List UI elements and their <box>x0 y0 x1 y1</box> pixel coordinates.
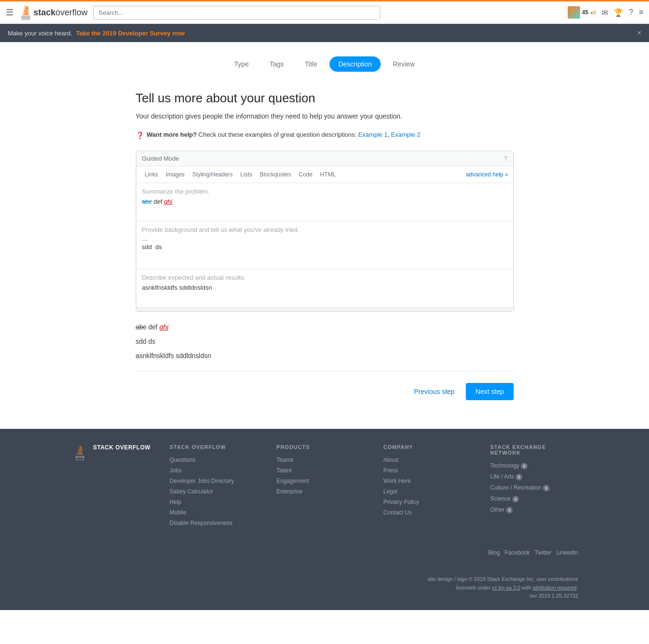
editor-placeholder-3: Describe expected and actual results. <box>142 274 507 281</box>
preview-line-3: asnklfnskldfs sddldnsldsn <box>136 352 514 360</box>
footer-col-products-title: PRODUCTS <box>276 444 364 450</box>
footer-col-products: PRODUCTS Teams Talent Engagement Enterpr… <box>276 444 364 530</box>
footer-brand-name: STACK OVERFLOW <box>93 444 151 451</box>
footer-link-privacy[interactable]: Privacy Policy <box>384 499 471 505</box>
editor-content-1[interactable]: abc def ghi <box>142 198 507 205</box>
text-def: def <box>154 198 164 205</box>
preview-line-1: abc def ghi <box>136 323 514 331</box>
footer-link-engagement[interactable]: Engagement <box>276 478 364 484</box>
editor-help-icon[interactable]: ? <box>504 155 507 162</box>
help-icon[interactable]: ? <box>629 8 633 17</box>
footer-linkedin-link[interactable]: LinkedIn <box>556 549 578 556</box>
footer-link-press[interactable]: Press <box>384 467 471 474</box>
header-icons: 45 ●9 ✉ 🏆 ? ≡ <box>568 6 643 19</box>
footer-link-culture[interactable]: Culture / Recreation 9 <box>490 484 578 491</box>
footer: STACK OVERFLOW STACK OVERFLOW Questions … <box>0 429 649 610</box>
toolbar-code[interactable]: Code <box>295 169 317 180</box>
previous-step-button[interactable]: Previous step <box>408 384 461 399</box>
footer-link-legal[interactable]: Legal <box>384 488 471 495</box>
footer-facebook-link[interactable]: Facebook <box>505 549 530 556</box>
footer-link-disable-responsive[interactable]: Disable Responsiveness <box>170 520 257 526</box>
footer-link-help[interactable]: Help <box>170 499 257 505</box>
footer-link-work-here[interactable]: Work Here <box>384 478 471 484</box>
editor-resize-handle[interactable] <box>136 307 513 311</box>
footer-link-science[interactable]: Science 9 <box>490 495 578 502</box>
text-ghi: ghi <box>164 198 172 205</box>
footer-col-so-title: STACK OVERFLOW <box>170 444 257 450</box>
toolbar-html[interactable]: HTML <box>316 169 340 180</box>
tab-title[interactable]: Title <box>297 56 326 72</box>
toolbar-lists[interactable]: Lists <box>237 169 256 180</box>
logo[interactable]: stackoverflow <box>18 4 88 21</box>
banner-close-button[interactable]: × <box>637 29 641 37</box>
editor-section-3[interactable]: Describe expected and actual results. as… <box>136 269 513 307</box>
tab-type[interactable]: Type <box>226 56 257 72</box>
culture-badge: 9 <box>543 485 550 491</box>
text-sdd: sdd ds <box>142 243 162 251</box>
tab-review[interactable]: Review <box>385 56 424 72</box>
footer-link-questions[interactable]: Questions <box>170 457 257 463</box>
technology-badge: 9 <box>521 463 528 469</box>
footer-col-company: COMPANY About Press Work Here Legal Priv… <box>384 444 471 530</box>
footer-cc-link[interactable]: cc by-sa 3.0 <box>492 585 520 590</box>
avatar[interactable] <box>568 6 580 19</box>
example1-link[interactable]: Example 1 <box>358 131 387 138</box>
help-circle-icon: ❓ <box>136 131 144 139</box>
help-text: Want more help? Check out these examples… <box>147 131 421 138</box>
footer-twitter-link[interactable]: Twitter <box>535 549 551 556</box>
editor-section-2[interactable]: Provide background and tell us what you'… <box>136 221 513 269</box>
footer-link-dev-jobs[interactable]: Developer Jobs Directory <box>170 478 257 484</box>
editor-section-1[interactable]: Summarize the problem. abc def ghi <box>136 183 513 221</box>
other-badge: 9 <box>506 507 513 513</box>
header: ☰ stackoverflow 45 ●9 ✉ 🏆 ? ≡ <box>0 0 649 24</box>
footer-brand: STACK OVERFLOW <box>71 444 151 530</box>
menu-icon[interactable]: ☰ <box>6 7 13 18</box>
footer-link-enterprise[interactable]: Enterprise <box>276 488 364 495</box>
footer-social: Blog Facebook Twitter LinkedIn <box>428 549 578 566</box>
survey-banner: Make your voice heard. Take the 2019 Dev… <box>0 24 649 42</box>
preview-def: def <box>148 323 159 331</box>
toolbar-blockquotes[interactable]: Blockquotes <box>256 169 295 180</box>
footer-link-teams[interactable]: Teams <box>276 457 364 463</box>
footer-link-contact[interactable]: Contact Us <box>384 509 471 516</box>
editor-placeholder-1: Summarize the problem. <box>142 188 507 195</box>
footer-link-life-arts[interactable]: Life / Arts 9 <box>490 473 578 480</box>
tab-description[interactable]: Description <box>330 56 380 72</box>
footer-link-technology[interactable]: Technology 9 <box>490 462 578 469</box>
footer-link-about[interactable]: About <box>384 457 471 463</box>
footer-col-so: STACK OVERFLOW Questions Jobs Developer … <box>170 444 257 530</box>
editor-content-3[interactable]: asnklfnskldfs sddldnsldsn <box>142 284 507 291</box>
toolbar-styling[interactable]: Styling/Headers <box>188 169 237 180</box>
footer-inner: STACK OVERFLOW STACK OVERFLOW Questions … <box>62 444 588 600</box>
example2-link[interactable]: Example 2 <box>391 131 420 138</box>
text-asnk: asnklfnskldfs sddldnsldsn <box>142 284 212 291</box>
toolbar-advanced-help[interactable]: advanced help » <box>466 171 508 178</box>
search-bar <box>93 6 380 20</box>
help-box: ❓ Want more help? Check out these exampl… <box>136 131 514 139</box>
footer-link-mobile[interactable]: Mobile <box>170 509 257 516</box>
editor-body: Summarize the problem. abc def ghi Provi… <box>136 183 513 307</box>
trophy-icon[interactable]: 🏆 <box>614 8 623 17</box>
footer-attribution-link[interactable]: attribution required <box>533 585 577 590</box>
user-reputation: 45 ●9 <box>568 6 596 19</box>
footer-copyright: site design / logo © 2019 Stack Exchange… <box>428 575 578 600</box>
footer-blog-link[interactable]: Blog <box>488 549 500 556</box>
inbox-icon[interactable]: ✉ <box>602 8 608 17</box>
preview-ghi: ghi <box>159 323 168 331</box>
footer-link-talent[interactable]: Talent <box>276 467 364 474</box>
footer-link-jobs[interactable]: Jobs <box>170 467 257 474</box>
hamburger-icon[interactable]: ≡ <box>639 8 643 17</box>
guided-editor: Guided Mode ? Links Images Styling/Heade… <box>136 151 514 312</box>
editor-toolbar: Links Images Styling/Headers Lists Block… <box>136 166 513 183</box>
toolbar-images[interactable]: Images <box>162 169 188 180</box>
next-step-button[interactable]: Next step <box>466 383 513 400</box>
editor-content-2[interactable]: — . sdd ds <box>142 236 507 251</box>
footer-link-salary[interactable]: Salary Calculator <box>170 488 257 495</box>
toolbar-links[interactable]: Links <box>141 169 162 180</box>
preview-section: abc def ghi sdd ds asnklfnskldfs sddldns… <box>136 323 514 360</box>
rep-gold-badge: ●9 <box>590 10 596 15</box>
banner-link[interactable]: Take the 2019 Developer Survey now <box>76 30 185 37</box>
search-input[interactable] <box>93 6 380 20</box>
tab-tags[interactable]: Tags <box>261 56 293 72</box>
footer-link-other[interactable]: Other 9 <box>490 506 578 513</box>
